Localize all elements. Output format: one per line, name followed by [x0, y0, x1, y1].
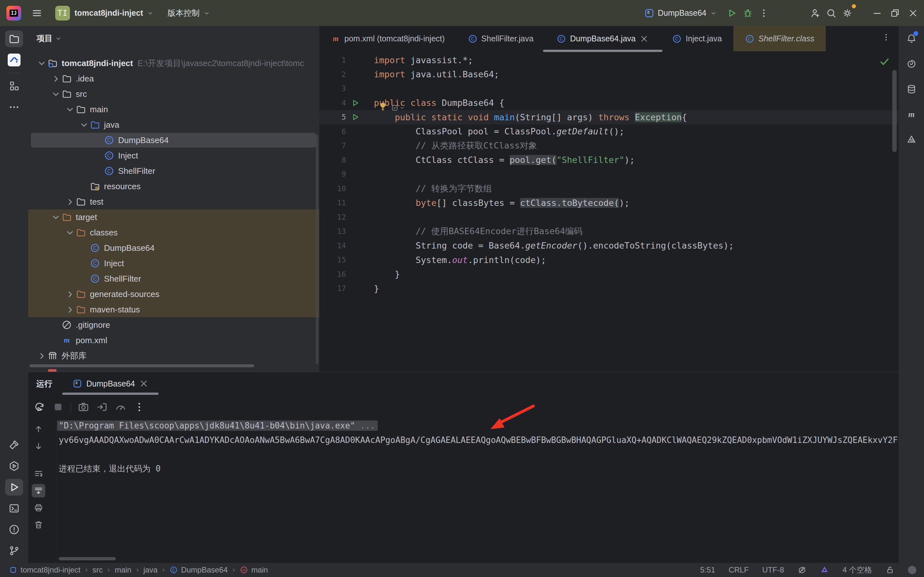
run-line-icon[interactable]	[351, 98, 360, 108]
tree-item-resources[interactable]: resources	[28, 179, 319, 194]
more-options-button[interactable]	[133, 401, 145, 413]
tree-item-src[interactable]: src	[28, 86, 319, 102]
run-line-icon[interactable]	[351, 113, 360, 122]
search-everywhere-button[interactable]	[823, 5, 839, 21]
tool-window-button-build-hammer[interactable]	[5, 437, 23, 453]
chevron-right-icon[interactable]	[50, 74, 61, 84]
tool-window-button-database[interactable]	[904, 82, 919, 97]
tree-item-test[interactable]: test	[28, 194, 319, 210]
scroll-up-button[interactable]	[33, 424, 44, 435]
code-line-17[interactable]: 17}	[319, 281, 899, 296]
code-line-15[interactable]: 15 System.out.println(code);	[319, 253, 899, 267]
tree-item-inject[interactable]: CInject	[28, 256, 319, 271]
main-menu-button[interactable]	[29, 5, 45, 21]
tree-item-target[interactable]: target	[28, 210, 319, 225]
tool-window-button-problems[interactable]	[5, 521, 23, 538]
tree-item-gitignore[interactable]: .gitignore	[28, 317, 319, 333]
tree-item-dumpbase64[interactable]: CDumpBase64	[28, 240, 319, 256]
tree-item-java[interactable]: java	[28, 117, 319, 132]
chevron-right-icon[interactable]	[36, 351, 47, 361]
caret-position[interactable]: 5:51	[700, 566, 716, 574]
run-configuration-widget[interactable]: DumpBase64	[641, 5, 720, 21]
code-line-8[interactable]: 8 CtClass ctClass = pool.get("ShellFilte…	[319, 153, 899, 168]
tree-item-外部库[interactable]: 外部库	[28, 348, 319, 363]
chevron-down-icon[interactable]	[78, 120, 90, 130]
close-button[interactable]	[904, 4, 922, 22]
tool-window-button-more[interactable]	[5, 99, 23, 116]
scroll-down-button[interactable]	[33, 441, 44, 451]
tool-window-button-maven[interactable]: m	[904, 107, 919, 122]
console-horizontal-scrollbar[interactable]	[59, 557, 116, 560]
editor-vertical-scrollbar[interactable]	[892, 70, 897, 152]
code-line-11[interactable]: 11 byte[] classBytes = ctClass.toBytecod…	[319, 196, 899, 210]
code-line-14[interactable]: 14 String code = Base64.getEncoder().enc…	[319, 239, 899, 253]
file-encoding[interactable]: UTF-8	[762, 566, 784, 574]
tree-item-classes[interactable]: classes	[28, 225, 319, 240]
intention-actions[interactable]	[378, 101, 405, 112]
breadcrumb-main[interactable]: main	[115, 566, 131, 574]
ai-assistant-status[interactable]	[798, 566, 806, 574]
tree-item-generated-sources[interactable]: generated-sources	[28, 287, 319, 302]
code-editor[interactable]: 1import javassist.*;2import java.util.Ba…	[319, 51, 899, 372]
clear-console-button[interactable]	[33, 519, 44, 530]
tool-window-button-project-folder[interactable]	[5, 31, 23, 47]
tool-window-button-notifications[interactable]	[904, 31, 919, 46]
code-line-16[interactable]: 16 }	[319, 267, 899, 282]
console-output[interactable]: "D:\Program Files\scoop\apps\jdk8u41\8u4…	[57, 419, 899, 563]
close-tab-icon[interactable]	[639, 34, 649, 44]
soft-wrap-button[interactable]	[33, 468, 44, 479]
code-line-12[interactable]: 12	[319, 210, 899, 224]
code-line-3[interactable]: 3	[319, 81, 899, 96]
run-button[interactable]	[724, 5, 740, 21]
print-button[interactable]	[33, 502, 44, 513]
chevron-down-icon[interactable]	[36, 58, 47, 68]
code-line-10[interactable]: 10 // 转换为字节数组	[319, 182, 899, 196]
tool-window-button-run[interactable]	[5, 479, 23, 496]
tree-item-shellfilter[interactable]: CShellFilter	[28, 163, 319, 179]
tree-item-tomcat8jndi-inject[interactable]: tomcat8jndi-injectE:\开发项目\javasec2\tomca…	[28, 55, 319, 71]
tool-window-button-plugin-knot[interactable]	[904, 132, 919, 147]
tree-item-maven-status[interactable]: maven-status	[28, 302, 319, 317]
rerun-button[interactable]	[33, 401, 45, 413]
tree-item-inject[interactable]: CInject	[28, 148, 319, 163]
code-line-4[interactable]: 4public class DumpBase64 {	[319, 96, 899, 110]
breadcrumb-dumpbase64[interactable]: CDumpBase64	[170, 566, 228, 574]
breadcrumb-tomcat8jndi-inject[interactable]: tomcat8jndi-inject	[9, 566, 81, 574]
tool-window-button-ai-assistant[interactable]	[904, 56, 919, 71]
project-panel-header[interactable]: 项目	[37, 33, 62, 44]
tool-window-button-plugin-logo[interactable]	[5, 52, 23, 68]
tool-window-button-terminal[interactable]	[5, 500, 23, 517]
code-line-2[interactable]: 2import java.util.Base64;	[319, 67, 899, 82]
indent-style[interactable]: 4 个空格	[842, 565, 872, 575]
tab-shellfilter-java[interactable]: CShellFilter.java	[456, 26, 545, 51]
tab-pom-xml-tomcat8jndi-inject[interactable]: mpom.xml (tomcat8jndi-inject)	[319, 26, 456, 51]
more-run-actions-button[interactable]	[756, 5, 772, 21]
code-line-1[interactable]: 1import javassist.*;	[319, 53, 899, 67]
stop-button[interactable]	[52, 401, 64, 413]
tree-item-shellfilter[interactable]: CShellFilter	[28, 271, 319, 287]
plugin-status[interactable]	[820, 566, 829, 574]
code-with-me-button[interactable]	[807, 5, 823, 21]
code-line-5[interactable]: 5 public static void main(String[] args)…	[319, 110, 899, 124]
chevron-right-icon[interactable]	[64, 305, 76, 314]
code-line-7[interactable]: 7 // 从类路径获取CtClass对象	[319, 139, 899, 153]
tab-inject-java[interactable]: CInject.java	[661, 26, 733, 51]
chevron-down-icon[interactable]	[50, 89, 61, 99]
breadcrumb-main[interactable]: mmain	[240, 566, 268, 574]
line-separator[interactable]: CRLF	[729, 566, 749, 574]
breadcrumb-java[interactable]: java	[144, 566, 158, 574]
tool-window-button-services[interactable]	[5, 458, 23, 474]
vcs-widget[interactable]: 版本控制	[165, 5, 213, 21]
chevron-down-icon[interactable]	[64, 105, 76, 114]
inspections-ok-icon[interactable]	[879, 56, 890, 67]
debug-button[interactable]	[740, 5, 756, 21]
tree-item-idea[interactable]: .idea	[28, 71, 319, 86]
chevron-down-icon[interactable]	[50, 212, 61, 222]
tree-item-dumpbase64[interactable]: CDumpBase64	[28, 132, 319, 148]
tool-window-button-git-branch[interactable]	[5, 542, 23, 559]
profiler-button[interactable]	[115, 401, 127, 413]
project-tree-vertical-scrollbar[interactable]	[316, 135, 318, 364]
chevron-right-icon[interactable]	[64, 197, 76, 206]
chevron-right-icon[interactable]	[64, 289, 76, 299]
run-tab[interactable]: DumpBase64	[72, 379, 149, 389]
